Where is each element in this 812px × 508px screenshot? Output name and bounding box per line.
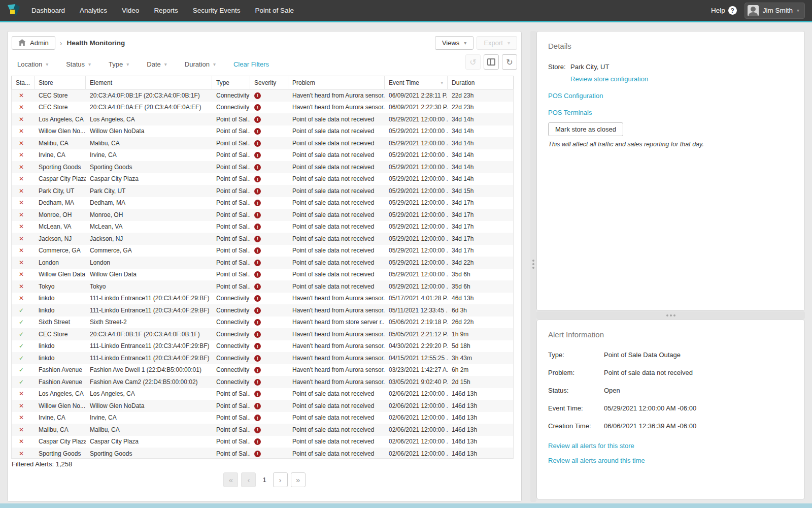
table-row[interactable]: ✕Willow Glen No...Willow Glen NoDataPoin… — [12, 400, 513, 412]
cell-event-time: 03/05/2021 9:02:40 P... — [385, 378, 448, 386]
cell-duration: 34d 17h — [448, 235, 513, 242]
filter-type[interactable]: Type▾ — [109, 60, 129, 68]
table-row[interactable]: ✓CEC Store20:C3:A4:0F:0B:1F (20:C3:A4:0F… — [12, 328, 513, 340]
chevron-down-icon: ▾ — [46, 61, 48, 67]
table-row[interactable]: ✕Caspar City PlazaCaspar City PlazaPoint… — [12, 436, 513, 448]
table-row[interactable]: ✕TokyoTokyoPoint of Sal...!Point of sale… — [12, 280, 513, 293]
vertical-splitter[interactable] — [530, 31, 536, 502]
nav-item-reports[interactable]: Reports — [154, 7, 178, 14]
table-row[interactable]: ✕Irvine, CAIrvine, CAPoint of Sal...!Poi… — [12, 149, 513, 162]
last-page-button[interactable]: » — [291, 472, 306, 487]
table-row[interactable]: ✕Irvine, CAIrvine, CAPoint of Sal...!Poi… — [12, 412, 513, 424]
columns-button[interactable] — [484, 54, 499, 70]
severity-critical-icon: ! — [254, 355, 261, 362]
review-all-alerts-for-this-store-link[interactable]: Review all alerts for this store — [548, 442, 793, 450]
column-header-severity[interactable]: Severity — [250, 76, 288, 89]
admin-home-button[interactable]: Admin — [12, 36, 55, 50]
nav-item-security-events[interactable]: Security Events — [193, 7, 241, 14]
cell-duration: 146d 13h — [448, 438, 513, 445]
filter-date[interactable]: Date▾ — [147, 60, 167, 68]
last-page-icon: » — [296, 475, 300, 484]
cell-event-time: 02/06/2021 12:00:00 ... — [385, 426, 448, 433]
column-header-type[interactable]: Type — [212, 76, 250, 89]
table-row[interactable]: ✕Commerce, GACommerce, GAPoint of Sal...… — [12, 245, 513, 257]
table-row[interactable]: ✕LondonLondonPoint of Sal...!Point of sa… — [12, 257, 513, 269]
alert-information-panel: Alert Information Type:Point of Sale Dat… — [536, 320, 805, 499]
cell-type: Connectivity — [212, 342, 250, 350]
field-value: 06/06/2021 12:36:39 AM -06:00 — [604, 422, 696, 430]
table-row[interactable]: ✕Park City, UTPark City, UTPoint of Sal.… — [12, 185, 513, 197]
chevron-down-icon: ▾ — [213, 61, 216, 67]
review-store-configuration-link[interactable]: Review store configuration — [570, 75, 793, 83]
column-header-event-time[interactable]: Event Time▾ — [385, 76, 448, 89]
help-menu[interactable]: Help ? — [711, 6, 737, 15]
refresh-button[interactable]: ↻ — [502, 54, 517, 70]
filter-status[interactable]: Status▾ — [66, 60, 91, 68]
review-all-alerts-around-this-time-link[interactable]: Review all alerts around this time — [548, 457, 793, 464]
table-row[interactable]: ✓Sixth StreetSixth Street-2Connectivity!… — [12, 316, 513, 329]
table-row[interactable]: ✕Dedham, MADedham, MAPoint of Sal...!Poi… — [12, 197, 513, 209]
severity-critical-icon: ! — [254, 128, 261, 135]
views-button[interactable]: Views ▾ — [435, 36, 473, 50]
cell-element: Willow Glen Data — [86, 271, 212, 278]
table-row[interactable]: ✓linkdo111-Linkdo Entrance11 (20:C3:A4:0… — [12, 340, 513, 353]
table-row[interactable]: ✓Fashion AvenueFashion Ave Dwell 1 (22:D… — [12, 364, 513, 376]
table-row[interactable]: ✓linkdo111-Linkdo Entrance11 (20:C3:A4:0… — [12, 352, 513, 364]
cell-element: 111-Linkdo Entrance11 (20:C3:A4:0F:29:BF… — [86, 355, 212, 362]
table-row[interactable]: ✕Monroe, OHMonroe, OHPoint of Sal...!Poi… — [12, 209, 513, 221]
table-row[interactable]: ✕CEC Store20:C3:A4:0F:0B:1F (20:C3:A4:0F… — [12, 89, 513, 102]
nav-item-dashboard[interactable]: Dashboard — [31, 7, 65, 14]
nav-item-analytics[interactable]: Analytics — [80, 7, 107, 14]
table-row[interactable]: ✓Fashion AvenueFashion Ave Cam2 (22:D4:B… — [12, 376, 513, 388]
nav-item-point-of-sale[interactable]: Point of Sale — [255, 7, 294, 14]
cell-event-time: 05/29/2021 12:00:00 ... — [385, 140, 448, 147]
status-error-icon: ✕ — [19, 151, 24, 158]
table-row[interactable]: ✕Los Angeles, CALos Angeles, CAPoint of … — [12, 113, 513, 125]
alert-information-title: Alert Information — [548, 330, 793, 339]
table-row[interactable]: ✕linkdo111-Linkdo Entrance11 (20:C3:A4:0… — [12, 293, 513, 305]
table-row[interactable]: ✕Sporting GoodsSporting GoodsPoint of Sa… — [12, 161, 513, 173]
cell-event-time: 05/29/2021 12:00:00 ... — [385, 151, 448, 158]
cell-element: Tokyo — [86, 283, 212, 290]
cell-event-time: 02/06/2021 12:00:00 ... — [385, 414, 448, 421]
cell-element: Willow Glen NoData — [86, 128, 212, 135]
column-header-status[interactable]: Sta... — [12, 76, 35, 89]
table-row[interactable]: ✕McLean, VAMcLean, VAPoint of Sal...!Poi… — [12, 221, 513, 233]
filter-location[interactable]: Location▾ — [17, 60, 48, 68]
status-ok-icon: ✓ — [19, 319, 24, 326]
cell-element: Los Angeles, CA — [86, 390, 212, 397]
chevron-down-icon: ▾ — [507, 40, 510, 46]
first-page-icon: « — [229, 475, 233, 484]
column-header-store[interactable]: Store — [35, 76, 86, 89]
table-row[interactable]: ✕Malibu, CAMalibu, CAPoint of Sal...!Poi… — [12, 137, 513, 149]
table-row[interactable]: ✕Caspar City PlazaCaspar City PlazaPoint… — [12, 173, 513, 185]
severity-critical-icon: ! — [254, 307, 261, 314]
cell-store: Tokyo — [35, 283, 86, 290]
sort-desc-icon: ▾ — [441, 80, 443, 85]
horizontal-splitter[interactable] — [536, 311, 805, 319]
cell-problem: Point of sale data not received — [288, 414, 385, 421]
pos-configuration-link[interactable]: POS Configuration — [548, 92, 793, 100]
horizontal-scrollbar[interactable] — [0, 503, 812, 508]
filter-duration[interactable]: Duration▾ — [185, 60, 216, 68]
table-row[interactable]: ✕Malibu, CAMalibu, CAPoint of Sal...!Poi… — [12, 424, 513, 436]
column-header-duration[interactable]: Duration — [448, 76, 513, 89]
table-row[interactable]: ✕Los Angeles, CALos Angeles, CAPoint of … — [12, 388, 513, 400]
column-header-element[interactable]: Element — [86, 76, 212, 89]
table-row[interactable]: ✓linkdo111-Linkdo Entrance11 (20:C3:A4:0… — [12, 304, 513, 316]
nav-item-video[interactable]: Video — [122, 7, 139, 14]
clear-filters-link[interactable]: Clear Filters — [233, 60, 269, 68]
cell-store: linkdo — [35, 307, 86, 314]
table-row[interactable]: ✕Willow Glen No...Willow Glen NoDataPoin… — [12, 125, 513, 138]
column-header-problem[interactable]: Problem — [288, 76, 385, 89]
table-row[interactable]: ✕Jackson, NJJackson, NJPoint of Sal...!P… — [12, 233, 513, 245]
pos-terminals-link[interactable]: POS Terminals — [548, 109, 793, 116]
mark-store-closed-button[interactable]: Mark store as closed — [548, 122, 623, 136]
table-row[interactable]: ✕Sporting GoodsSporting GoodsPoint of Sa… — [12, 448, 513, 459]
user-menu[interactable]: Jim Smith ▾ — [745, 3, 805, 19]
severity-critical-icon: ! — [254, 403, 261, 409]
next-page-button[interactable]: › — [273, 472, 288, 487]
cell-problem: Haven't heard from Aurora sensor... — [288, 355, 385, 362]
table-row[interactable]: ✕CEC Store20:C3:A4:0F:0A:EF (20:C3:A4:0F… — [12, 102, 513, 114]
table-row[interactable]: ✕Willow Glen DataWillow Glen DataPoint o… — [12, 269, 513, 281]
